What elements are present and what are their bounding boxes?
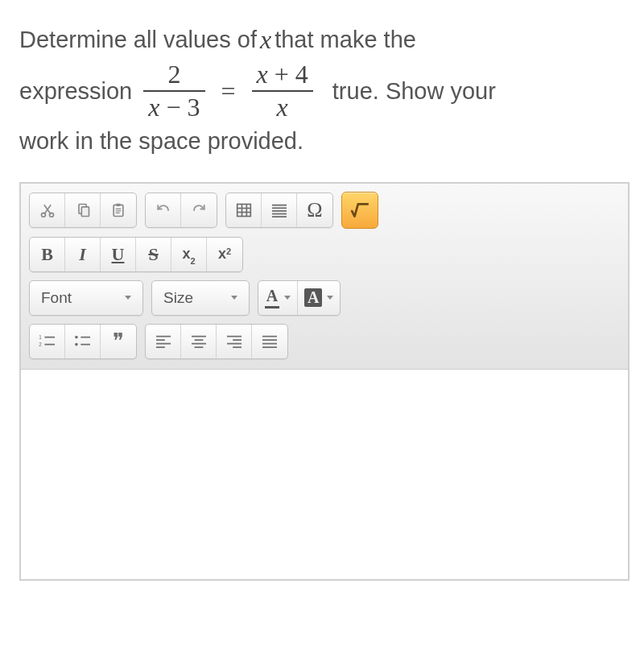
font-family-dropdown[interactable]: Font [30, 281, 142, 315]
special-char-button[interactable]: Ω [297, 193, 332, 227]
bold-button[interactable]: B [30, 238, 65, 271]
math-editor-button[interactable] [341, 192, 378, 229]
svg-text:2: 2 [39, 342, 42, 347]
q-line1-post: that make the [275, 21, 416, 58]
line-spacing-button[interactable] [262, 193, 297, 227]
redo-button[interactable] [181, 193, 217, 227]
q-line1-pre: Determine all values of [19, 21, 257, 58]
svg-rect-9 [237, 204, 250, 216]
svg-rect-5 [117, 204, 121, 206]
svg-text:1: 1 [39, 334, 42, 340]
italic-button[interactable]: I [65, 238, 101, 271]
strikethrough-button[interactable]: S [136, 238, 171, 271]
align-left-button[interactable] [146, 325, 181, 358]
q-line3: work in the space provided. [19, 122, 303, 159]
q-line2-post: true. Show your [332, 72, 496, 110]
rich-text-editor: Ω B I U S x2 x2 [19, 182, 630, 581]
align-center-button[interactable] [181, 325, 217, 358]
chevron-down-icon [125, 296, 131, 300]
chevron-down-icon [327, 296, 333, 300]
numbered-list-button[interactable]: 12 [30, 325, 65, 358]
blockquote-button[interactable]: ❞ [101, 325, 136, 358]
q-var-x: x [260, 19, 271, 60]
undo-button[interactable] [146, 193, 181, 227]
font-size-dropdown[interactable]: Size [152, 281, 249, 315]
insert-table-button[interactable] [226, 193, 262, 227]
svg-rect-3 [81, 207, 89, 217]
editor-toolbar: Ω B I U S x2 x2 [21, 184, 628, 370]
q-fraction-2: x + 4 x [252, 60, 313, 122]
svg-point-23 [75, 336, 78, 339]
superscript-button[interactable]: x2 [207, 238, 242, 271]
q-fraction-1: 2 x − 3 [143, 60, 204, 122]
paste-button[interactable] [101, 193, 136, 227]
align-right-button[interactable] [217, 325, 252, 358]
svg-point-24 [75, 343, 78, 346]
copy-button[interactable] [65, 193, 101, 227]
chevron-down-icon [231, 296, 237, 300]
text-color-button[interactable]: A [258, 281, 298, 315]
bullet-list-button[interactable] [65, 325, 101, 358]
question-text: Determine all values of x that make the … [19, 19, 631, 159]
q-line2-pre: expression [19, 72, 132, 110]
cut-button[interactable] [30, 193, 65, 227]
svg-point-0 [41, 213, 45, 217]
chevron-down-icon [284, 296, 291, 300]
editor-content-area[interactable] [21, 370, 628, 579]
align-justify-button[interactable] [252, 325, 287, 358]
subscript-button[interactable]: x2 [171, 238, 207, 271]
svg-point-1 [49, 213, 53, 217]
underline-button[interactable]: U [101, 238, 136, 271]
highlight-color-button[interactable]: A [298, 281, 340, 315]
q-equals: = [221, 71, 236, 112]
